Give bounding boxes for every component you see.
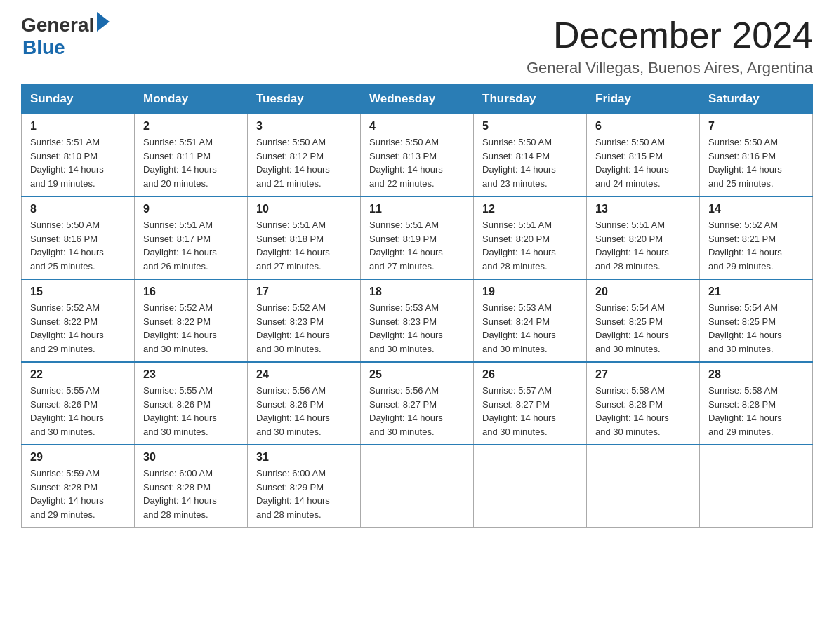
calendar-week-3: 15 Sunrise: 5:52 AM Sunset: 8:22 PM Dayl… [22,279,813,362]
table-row: 20 Sunrise: 5:54 AM Sunset: 8:25 PM Dayl… [587,279,700,362]
title-section: December 2024 General Villegas, Buenos A… [527,14,813,77]
day-number: 28 [708,368,804,381]
day-number: 24 [256,368,352,381]
day-number: 11 [369,203,465,215]
day-number: 27 [595,368,691,381]
table-row: 9 Sunrise: 5:51 AM Sunset: 8:17 PM Dayli… [135,196,248,279]
day-info: Sunrise: 5:56 AM Sunset: 8:26 PM Dayligh… [256,384,352,438]
table-row: 24 Sunrise: 5:56 AM Sunset: 8:26 PM Dayl… [248,362,361,445]
col-sunday: Sunday [22,85,135,114]
location-subtitle: General Villegas, Buenos Aires, Argentin… [527,59,813,77]
table-row: 30 Sunrise: 6:00 AM Sunset: 8:28 PM Dayl… [135,445,248,528]
calendar-week-1: 1 Sunrise: 5:51 AM Sunset: 8:10 PM Dayli… [22,114,813,196]
header-row: Sunday Monday Tuesday Wednesday Thursday… [22,85,813,114]
day-info: Sunrise: 5:57 AM Sunset: 8:27 PM Dayligh… [482,384,578,438]
table-row: 23 Sunrise: 5:55 AM Sunset: 8:26 PM Dayl… [135,362,248,445]
day-number: 22 [30,368,126,381]
table-row: 28 Sunrise: 5:58 AM Sunset: 8:28 PM Dayl… [700,362,813,445]
day-number: 2 [143,120,239,133]
day-info: Sunrise: 5:53 AM Sunset: 8:23 PM Dayligh… [369,301,465,356]
table-row: 8 Sunrise: 5:50 AM Sunset: 8:16 PM Dayli… [22,196,135,279]
col-friday: Friday [587,85,700,114]
day-number: 6 [595,120,691,133]
day-number: 12 [482,203,578,215]
day-number: 16 [143,286,239,298]
day-info: Sunrise: 5:59 AM Sunset: 8:28 PM Dayligh… [30,467,126,521]
day-info: Sunrise: 5:50 AM Sunset: 8:13 PM Dayligh… [369,135,465,190]
day-number: 15 [30,286,126,298]
day-info: Sunrise: 5:51 AM Sunset: 8:10 PM Dayligh… [30,135,126,190]
day-info: Sunrise: 5:51 AM Sunset: 8:20 PM Dayligh… [482,218,578,273]
logo-general-text: General [21,14,94,36]
table-row: 17 Sunrise: 5:52 AM Sunset: 8:23 PM Dayl… [248,279,361,362]
day-info: Sunrise: 5:51 AM Sunset: 8:11 PM Dayligh… [143,135,239,190]
table-row: 10 Sunrise: 5:51 AM Sunset: 8:18 PM Dayl… [248,196,361,279]
table-row: 1 Sunrise: 5:51 AM Sunset: 8:10 PM Dayli… [22,114,135,196]
table-row [361,445,474,528]
day-number: 10 [256,203,352,215]
day-info: Sunrise: 5:58 AM Sunset: 8:28 PM Dayligh… [708,384,804,438]
table-row: 22 Sunrise: 5:55 AM Sunset: 8:26 PM Dayl… [22,362,135,445]
logo: General Blue [21,14,110,59]
calendar-week-4: 22 Sunrise: 5:55 AM Sunset: 8:26 PM Dayl… [22,362,813,445]
day-number: 26 [482,368,578,381]
day-number: 8 [30,203,126,215]
day-info: Sunrise: 5:56 AM Sunset: 8:27 PM Dayligh… [369,384,465,438]
day-number: 30 [143,451,239,464]
col-wednesday: Wednesday [361,85,474,114]
table-row: 11 Sunrise: 5:51 AM Sunset: 8:19 PM Dayl… [361,196,474,279]
table-row: 15 Sunrise: 5:52 AM Sunset: 8:22 PM Dayl… [22,279,135,362]
day-info: Sunrise: 5:50 AM Sunset: 8:12 PM Dayligh… [256,135,352,190]
day-info: Sunrise: 5:50 AM Sunset: 8:16 PM Dayligh… [30,218,126,273]
day-number: 29 [30,451,126,464]
day-number: 9 [143,203,239,215]
col-thursday: Thursday [474,85,587,114]
table-row: 25 Sunrise: 5:56 AM Sunset: 8:27 PM Dayl… [361,362,474,445]
calendar-week-2: 8 Sunrise: 5:50 AM Sunset: 8:16 PM Dayli… [22,196,813,279]
table-row: 14 Sunrise: 5:52 AM Sunset: 8:21 PM Dayl… [700,196,813,279]
day-info: Sunrise: 5:50 AM Sunset: 8:14 PM Dayligh… [482,135,578,190]
day-number: 23 [143,368,239,381]
day-info: Sunrise: 5:51 AM Sunset: 8:20 PM Dayligh… [595,218,691,273]
logo-blue-text: Blue [22,36,65,59]
day-number: 21 [708,286,804,298]
table-row: 4 Sunrise: 5:50 AM Sunset: 8:13 PM Dayli… [361,114,474,196]
table-row: 7 Sunrise: 5:50 AM Sunset: 8:16 PM Dayli… [700,114,813,196]
day-number: 19 [482,286,578,298]
table-row: 21 Sunrise: 5:54 AM Sunset: 8:25 PM Dayl… [700,279,813,362]
day-info: Sunrise: 5:55 AM Sunset: 8:26 PM Dayligh… [143,384,239,438]
day-info: Sunrise: 5:51 AM Sunset: 8:17 PM Dayligh… [143,218,239,273]
table-row: 2 Sunrise: 5:51 AM Sunset: 8:11 PM Dayli… [135,114,248,196]
day-info: Sunrise: 5:58 AM Sunset: 8:28 PM Dayligh… [595,384,691,438]
day-number: 3 [256,120,352,133]
col-monday: Monday [135,85,248,114]
day-number: 7 [708,120,804,133]
day-number: 20 [595,286,691,298]
day-info: Sunrise: 5:53 AM Sunset: 8:24 PM Dayligh… [482,301,578,356]
table-row: 12 Sunrise: 5:51 AM Sunset: 8:20 PM Dayl… [474,196,587,279]
table-row: 3 Sunrise: 5:50 AM Sunset: 8:12 PM Dayli… [248,114,361,196]
day-number: 5 [482,120,578,133]
day-number: 18 [369,286,465,298]
day-number: 13 [595,203,691,215]
day-info: Sunrise: 5:52 AM Sunset: 8:23 PM Dayligh… [256,301,352,356]
calendar-table: Sunday Monday Tuesday Wednesday Thursday… [21,84,813,528]
col-tuesday: Tuesday [248,85,361,114]
table-row: 6 Sunrise: 5:50 AM Sunset: 8:15 PM Dayli… [587,114,700,196]
day-info: Sunrise: 6:00 AM Sunset: 8:28 PM Dayligh… [143,467,239,521]
table-row: 31 Sunrise: 6:00 AM Sunset: 8:29 PM Dayl… [248,445,361,528]
day-info: Sunrise: 5:50 AM Sunset: 8:16 PM Dayligh… [708,135,804,190]
calendar-week-5: 29 Sunrise: 5:59 AM Sunset: 8:28 PM Dayl… [22,445,813,528]
month-title: December 2024 [527,14,813,56]
day-info: Sunrise: 5:51 AM Sunset: 8:18 PM Dayligh… [256,218,352,273]
table-row: 27 Sunrise: 5:58 AM Sunset: 8:28 PM Dayl… [587,362,700,445]
day-info: Sunrise: 5:55 AM Sunset: 8:26 PM Dayligh… [30,384,126,438]
day-info: Sunrise: 5:50 AM Sunset: 8:15 PM Dayligh… [595,135,691,190]
table-row: 18 Sunrise: 5:53 AM Sunset: 8:23 PM Dayl… [361,279,474,362]
table-row [700,445,813,528]
day-number: 4 [369,120,465,133]
page-header: General Blue December 2024 General Ville… [21,14,813,77]
day-number: 17 [256,286,352,298]
table-row: 5 Sunrise: 5:50 AM Sunset: 8:14 PM Dayli… [474,114,587,196]
table-row [587,445,700,528]
